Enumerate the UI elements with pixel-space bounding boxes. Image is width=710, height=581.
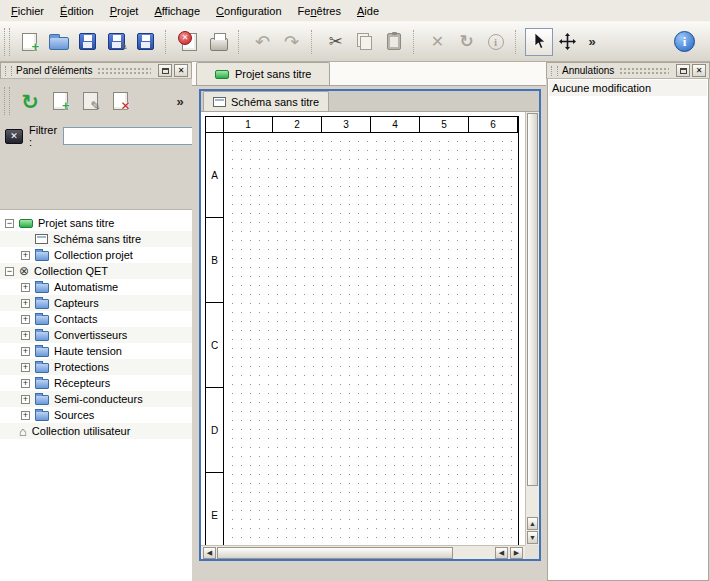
scroll-up-button[interactable]: ▲ — [527, 517, 538, 530]
menu-affichage[interactable]: Affichage — [146, 2, 208, 20]
expand-expander-icon[interactable]: + — [21, 411, 30, 420]
clear-filter-button[interactable]: ✕ — [5, 129, 23, 144]
tree-item[interactable]: − Projet sans titre — [0, 215, 192, 231]
copy-button[interactable] — [350, 27, 379, 57]
delete-element-button[interactable]: ✕ — [105, 86, 135, 116]
print-button[interactable] — [204, 27, 233, 57]
move-tool-button[interactable] — [553, 27, 582, 57]
save-as-button[interactable]: ✎ — [102, 27, 131, 57]
expand-expander-icon[interactable]: + — [21, 379, 30, 388]
menu-aide[interactable]: Aide — [349, 2, 387, 20]
tree-item[interactable]: + Convertisseurs — [0, 327, 192, 343]
cut-button[interactable]: ✂ — [321, 27, 350, 57]
float-panel-button[interactable] — [158, 64, 172, 77]
dock-grip[interactable] — [619, 67, 669, 75]
undo-history-list[interactable]: Aucune modification — [547, 79, 709, 581]
expand-expander-icon[interactable]: + — [21, 315, 30, 324]
chevron-right-icon: » — [176, 94, 183, 109]
menu-fenetres[interactable]: Fenêtres — [290, 2, 349, 20]
elements-panel-titlebar[interactable]: Panel d'éléments ✕ — [0, 62, 192, 79]
tree-item-label: Haute tension — [54, 345, 122, 357]
menu-configuration[interactable]: Configuration — [208, 2, 289, 20]
delete-button[interactable]: ✕ — [423, 27, 452, 57]
tree-item[interactable]: + Semi-conducteurs — [0, 391, 192, 407]
element-info-button[interactable]: i — [481, 27, 510, 57]
new-document-icon: + — [22, 33, 37, 51]
scroll-right-button[interactable]: ▶ — [510, 547, 523, 559]
diagram-window[interactable]: Schéma sans titre 1 2 3 4 5 6 A B C — [199, 89, 541, 561]
collapse-expander-icon[interactable]: − — [5, 219, 14, 228]
filter-input[interactable] — [63, 127, 213, 145]
dock-grip[interactable] — [5, 66, 12, 76]
expand-expander-icon[interactable]: + — [21, 395, 30, 404]
delete-element-icon: ✕ — [113, 92, 128, 110]
diagram-canvas[interactable] — [224, 133, 518, 545]
panel-overflow-button[interactable]: » — [171, 86, 189, 116]
expand-expander-icon[interactable]: + — [21, 299, 30, 308]
close-panel-button[interactable]: ✕ — [692, 64, 706, 77]
expand-expander-icon[interactable]: + — [21, 363, 30, 372]
tree-item[interactable]: Schéma sans titre — [0, 231, 192, 247]
expand-expander-icon[interactable]: + — [21, 283, 30, 292]
redo-button[interactable]: ↷ — [277, 27, 306, 57]
tab-project[interactable]: Projet sans titre — [196, 62, 330, 85]
tree-item[interactable]: + Contacts — [0, 311, 192, 327]
select-tool-button[interactable] — [525, 28, 553, 56]
tree-item[interactable]: + Automatisme — [0, 279, 192, 295]
scroll-down-button[interactable]: ▼ — [527, 531, 538, 544]
expand-expander-icon[interactable]: + — [21, 347, 30, 356]
scroll-left-button[interactable]: ◀ — [495, 547, 508, 559]
tree-item-label: Convertisseurs — [54, 329, 127, 341]
horizontal-scrollbar-thumb[interactable] — [217, 547, 453, 559]
save-all-button[interactable] — [131, 27, 160, 57]
about-button[interactable]: i — [670, 27, 699, 57]
edit-element-button[interactable]: ✎ — [75, 86, 105, 116]
toolbar-overflow-button[interactable]: » — [582, 27, 602, 57]
toolbar-separator — [515, 30, 520, 54]
expand-expander-icon[interactable]: + — [21, 251, 30, 260]
open-project-button[interactable] — [44, 27, 73, 57]
paste-button[interactable] — [379, 27, 408, 57]
save-button[interactable] — [73, 27, 102, 57]
new-project-button[interactable]: + — [15, 27, 44, 57]
float-panel-button[interactable] — [676, 64, 690, 77]
toolbar-drag-handle[interactable] — [4, 87, 10, 115]
diagram-icon — [213, 97, 226, 107]
dock-grip[interactable] — [97, 67, 151, 75]
tree-item[interactable]: − ⊗ Collection QET — [0, 263, 192, 279]
menu-fichier[interactable]: Fichier — [3, 2, 52, 20]
rotate-button[interactable]: ↻ — [452, 27, 481, 57]
menu-edition[interactable]: Édition — [52, 2, 102, 20]
horizontal-scrollbar[interactable]: ◀ ◀ ▶ — [201, 545, 525, 559]
vertical-scrollbar-thumb[interactable] — [527, 113, 538, 486]
tree-item-label: Capteurs — [54, 297, 99, 309]
close-panel-button[interactable]: ✕ — [174, 64, 188, 77]
tree-item[interactable]: + Sources — [0, 407, 192, 423]
toolbar-separator — [413, 30, 418, 54]
tree-item[interactable]: ⌂ Collection utilisateur — [0, 423, 192, 439]
tree-item[interactable]: + Capteurs — [0, 295, 192, 311]
close-file-button[interactable]: ✕ — [175, 27, 204, 57]
ruler-corner — [206, 117, 224, 133]
scroll-left-button[interactable]: ◀ — [203, 547, 216, 559]
new-element-button[interactable]: + — [45, 86, 75, 116]
vertical-scrollbar[interactable]: ▲ ▼ — [525, 112, 539, 545]
tree-item[interactable]: + Haute tension — [0, 343, 192, 359]
undo-panel-titlebar[interactable]: Annulations ✕ — [546, 62, 710, 79]
reload-collections-button[interactable]: ↻ — [15, 86, 45, 116]
undo-panel-dock: Annulations ✕ Aucune modification — [546, 62, 710, 581]
tree-item[interactable]: + Protections — [0, 359, 192, 375]
menu-projet[interactable]: Projet — [102, 2, 147, 20]
toolbar-drag-handle[interactable] — [4, 28, 10, 56]
tree-item[interactable]: + Collection projet — [0, 247, 192, 263]
tree-item[interactable]: + Récepteurs — [0, 375, 192, 391]
tree-item-label: Automatisme — [54, 281, 118, 293]
collapse-expander-icon[interactable]: − — [5, 267, 14, 276]
elements-panel-dock: Panel d'éléments ✕ ↻ + ✎ ✕ » ✕ Filtrer : — [0, 62, 192, 581]
scrollbar-corner — [525, 545, 539, 559]
undo-button[interactable]: ↶ — [248, 27, 277, 57]
delete-icon: ✕ — [431, 34, 444, 50]
dock-grip[interactable] — [551, 66, 558, 76]
expand-expander-icon[interactable]: + — [21, 331, 30, 340]
tab-diagram[interactable]: Schéma sans titre — [203, 91, 329, 111]
